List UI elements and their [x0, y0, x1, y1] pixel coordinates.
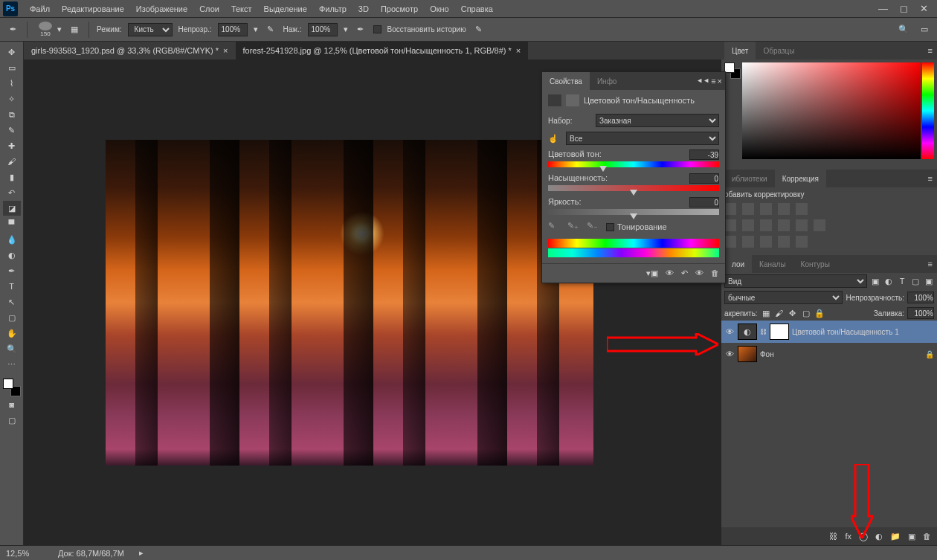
tab-adjustments[interactable]: Коррекция	[775, 170, 826, 187]
panel-menu-icon[interactable]: ≡	[924, 260, 937, 268]
filter-shape-icon[interactable]: ▢	[910, 276, 921, 286]
range-select[interactable]: Все	[566, 132, 719, 145]
fill-input[interactable]	[907, 307, 934, 319]
crop-tool[interactable]: ⧉	[3, 107, 21, 122]
blend-mode-select[interactable]: бычные	[724, 291, 843, 304]
sat-input[interactable]	[689, 173, 719, 184]
toggle-vis-icon[interactable]: 👁	[695, 268, 703, 278]
eyedropper-add-icon[interactable]: ✎₊	[567, 221, 579, 233]
color-swatch-mini[interactable]	[724, 62, 741, 79]
document-tab-1[interactable]: forest-2541928.jpg @ 12,5% (Цветовой тон…	[236, 42, 529, 59]
move-tool[interactable]: ✥	[3, 45, 21, 59]
marquee-tool[interactable]: ▭	[3, 60, 21, 75]
lock-pixels-icon[interactable]: 🖌	[774, 308, 785, 318]
layer-thumb[interactable]: ◐	[738, 324, 757, 340]
blend-mode-select[interactable]: Кисть	[128, 23, 173, 36]
menu-3d[interactable]: 3D	[352, 4, 375, 13]
adj-bw-icon[interactable]	[760, 219, 772, 231]
colorize-checkbox[interactable]	[606, 223, 614, 231]
view-prev-icon[interactable]: 👁	[666, 268, 674, 278]
close-icon[interactable]: ×	[516, 46, 521, 55]
hue-strip[interactable]	[922, 62, 934, 159]
layer-row[interactable]: 👁 Фон 🔒	[721, 343, 937, 365]
menu-window[interactable]: Окно	[424, 4, 455, 13]
brush-tool[interactable]: 🖌	[3, 154, 21, 169]
light-input[interactable]	[689, 197, 719, 207]
lock-pos-icon[interactable]: ✥	[788, 308, 798, 318]
adj-exposure-icon[interactable]	[778, 203, 790, 215]
layer-row[interactable]: 👁 ◐ ⛓ Цветовой тон/Насыщенность 1	[721, 321, 937, 343]
wand-tool[interactable]: ✧	[3, 91, 21, 106]
menu-filter[interactable]: Фильтр	[313, 4, 352, 13]
panel-menu-icon[interactable]: ≡	[924, 174, 937, 183]
lock-artboard-icon[interactable]: ▢	[801, 308, 811, 318]
menu-text[interactable]: Текст	[225, 4, 258, 13]
zoom-value[interactable]: 12,5%	[6, 549, 43, 558]
adj-levels-icon[interactable]	[742, 203, 754, 215]
delete-icon[interactable]: 🗑	[711, 268, 719, 278]
adj-gradmap-icon[interactable]	[778, 236, 790, 248]
history-brush-tool[interactable]: ↶	[3, 185, 21, 200]
sat-slider[interactable]	[548, 185, 719, 191]
adj-thresh-icon[interactable]	[760, 236, 772, 248]
zoom-tool[interactable]: 🔍	[3, 341, 21, 356]
hue-slider[interactable]	[548, 161, 719, 167]
lock-all-icon[interactable]: 🔒	[814, 308, 825, 318]
hand-tool[interactable]: ✋	[3, 326, 21, 341]
adj-selcolor-icon[interactable]	[796, 236, 808, 248]
pressure-opacity-icon[interactable]: ✎	[264, 23, 277, 36]
restore-history-checkbox[interactable]	[373, 25, 381, 33]
gradient-tool[interactable]: ▀	[3, 216, 21, 231]
close-icon[interactable]: ×	[718, 77, 722, 86]
brush-preview[interactable]: 150 ▾	[35, 22, 62, 38]
quickmask-tool[interactable]: ◙	[3, 397, 21, 412]
tab-properties[interactable]: Свойства	[542, 72, 590, 90]
visibility-icon[interactable]: 👁	[724, 350, 735, 358]
filter-type-icon[interactable]: T	[897, 276, 907, 286]
color-field[interactable]	[742, 62, 921, 159]
adj-photo-icon[interactable]	[778, 219, 790, 231]
preset-select[interactable]: Заказная	[596, 114, 719, 127]
adj-invert-icon[interactable]	[724, 236, 736, 248]
eyedropper-tool[interactable]: ✎	[3, 123, 21, 138]
adj-mixer-icon[interactable]	[796, 219, 808, 231]
tab-channels[interactable]: Каналы	[752, 255, 793, 273]
layer-opacity-input[interactable]	[907, 292, 934, 303]
screenmode-tool[interactable]: ▢	[3, 413, 21, 428]
document-tab-0[interactable]: girls-993583_1920.psd @ 33,3% (RGB/8#/CM…	[24, 42, 236, 59]
doc-size[interactable]: Док: 68,7M/68,7M	[58, 549, 124, 558]
menu-image[interactable]: Изображение	[130, 4, 193, 13]
pen-tool[interactable]: ✒	[3, 263, 21, 278]
layer-kind-select[interactable]: Вид	[724, 274, 867, 288]
tool-preset-icon[interactable]: ✒	[6, 23, 19, 36]
dodge-tool[interactable]: ◐	[3, 248, 21, 263]
filter-smart-icon[interactable]: ▣	[924, 276, 934, 286]
mask-thumb[interactable]	[770, 324, 789, 340]
airbrush-icon[interactable]: ✒	[354, 23, 367, 36]
light-slider[interactable]	[548, 209, 719, 215]
status-arrow-icon[interactable]: ▸	[139, 548, 144, 558]
close-icon[interactable]: ×	[223, 46, 228, 55]
opacity-input[interactable]	[218, 23, 248, 36]
window-close-icon[interactable]: ✕	[920, 3, 928, 14]
finger-icon[interactable]: ☝	[548, 134, 561, 144]
adj-poster-icon[interactable]	[742, 236, 754, 248]
panel-menu-icon[interactable]: ≡	[924, 46, 937, 55]
layer-name[interactable]: Цветовой тон/Насыщенность 1	[792, 328, 934, 336]
filter-pixel-icon[interactable]: ▣	[870, 276, 880, 286]
reset-icon[interactable]: ↶	[681, 268, 688, 278]
eyedropper-icon[interactable]: ✎	[548, 221, 560, 233]
brush-panel-icon[interactable]: ▦	[68, 23, 81, 36]
window-minimize-icon[interactable]: ―	[878, 3, 888, 14]
adj-hue-icon[interactable]	[724, 219, 736, 231]
edit-toolbar[interactable]: ⋯	[3, 357, 21, 372]
type-tool[interactable]: T	[3, 279, 21, 294]
menu-edit[interactable]: Редактирование	[56, 4, 130, 13]
blur-tool[interactable]: 💧	[3, 232, 21, 247]
search-icon[interactable]: 🔍	[897, 23, 910, 36]
delete-icon[interactable]: 🗑	[923, 532, 931, 541]
color-swatches[interactable]	[3, 379, 21, 396]
layer-name[interactable]: Фон	[760, 350, 922, 358]
lock-trans-icon[interactable]: ▦	[761, 308, 771, 318]
tab-swatches[interactable]: Образцы	[756, 42, 802, 59]
